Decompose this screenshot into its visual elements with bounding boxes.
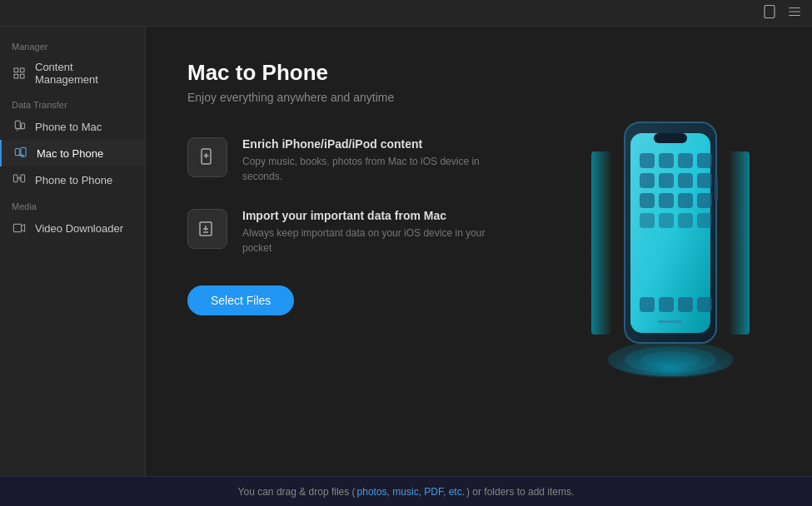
svg-rect-33	[659, 153, 674, 168]
sidebar-section-media: Media	[0, 193, 145, 215]
svg-rect-39	[697, 173, 712, 188]
video-icon	[12, 221, 27, 236]
phone-illustration	[579, 110, 762, 393]
svg-rect-6	[15, 121, 20, 128]
svg-rect-37	[659, 173, 674, 188]
sidebar-item-label: Mac to Phone	[37, 147, 103, 160]
tablet-icon[interactable]	[762, 4, 777, 22]
sidebar-item-video-downloader[interactable]: Video Downloader	[0, 215, 145, 241]
svg-rect-28	[729, 151, 750, 335]
svg-point-26	[641, 351, 700, 368]
svg-rect-13	[21, 175, 25, 182]
svg-rect-7	[22, 123, 25, 129]
feature-import-desc: Always keep important data on your iOS d…	[242, 226, 487, 255]
feature-import-title: Import your important data from Mac	[242, 209, 487, 222]
grid-icon	[12, 66, 27, 81]
phone-phone-icon	[12, 172, 27, 187]
svg-rect-47	[697, 213, 712, 228]
sidebar-item-phone-to-mac[interactable]: Phone to Mac	[0, 113, 145, 140]
svg-rect-31	[654, 133, 687, 143]
svg-rect-4	[14, 74, 18, 78]
svg-rect-43	[697, 193, 712, 208]
sidebar-item-label: Content Management	[35, 61, 133, 86]
feature-enrich-text: Enrich iPhone/iPad/iPod content Copy mus…	[242, 137, 487, 184]
svg-rect-40	[640, 193, 655, 208]
svg-rect-42	[678, 193, 693, 208]
svg-rect-50	[678, 297, 693, 312]
sidebar-item-mac-to-phone[interactable]: Mac to Phone	[0, 140, 145, 166]
svg-rect-15	[13, 224, 21, 231]
svg-rect-12	[13, 175, 17, 182]
svg-rect-38	[678, 173, 693, 188]
svg-rect-5	[20, 74, 24, 78]
main-container: Manager Content Management Data Transfer	[0, 27, 812, 476]
svg-rect-0	[765, 5, 775, 17]
sidebar-section-data-transfer: Data Transfer	[0, 92, 145, 113]
svg-rect-35	[697, 153, 712, 168]
import-data-icon-box	[187, 209, 227, 249]
svg-rect-2	[14, 68, 18, 72]
svg-rect-52	[658, 320, 683, 323]
sidebar-section-manager: Manager	[0, 33, 145, 55]
svg-rect-45	[659, 213, 674, 228]
svg-rect-27	[591, 151, 612, 335]
feature-enrich-content: Enrich iPhone/iPad/iPod content Copy mus…	[187, 137, 487, 184]
bottom-bar-link[interactable]: photos, music, PDF, etc.	[357, 486, 465, 498]
page-subtitle: Enjoy everything anywhere and anytime	[187, 91, 770, 104]
svg-rect-41	[659, 193, 674, 208]
sidebar-item-label: Video Downloader	[35, 222, 123, 235]
svg-rect-46	[678, 213, 693, 228]
sidebar: Manager Content Management Data Transfer	[0, 27, 146, 476]
mac-phone-icon	[13, 146, 28, 161]
svg-rect-36	[640, 173, 655, 188]
svg-rect-32	[640, 153, 655, 168]
svg-rect-3	[20, 68, 24, 72]
svg-rect-9	[15, 149, 19, 156]
settings-icon[interactable]	[787, 4, 802, 22]
select-files-button[interactable]: Select Files	[187, 285, 294, 315]
svg-rect-53	[715, 176, 718, 201]
enrich-content-icon-box	[187, 137, 227, 177]
feature-enrich-desc: Copy music, books, photos from Mac to iO…	[242, 154, 487, 184]
sidebar-item-phone-to-phone[interactable]: Phone to Phone	[0, 166, 145, 193]
sidebar-item-label: Phone to Phone	[35, 174, 112, 186]
svg-rect-49	[659, 297, 674, 312]
sidebar-item-label: Phone to Mac	[35, 121, 102, 133]
phone-mac-icon	[12, 119, 27, 134]
svg-rect-44	[640, 213, 655, 228]
content-area: Mac to Phone Enjoy everything anywhere a…	[146, 27, 812, 476]
bottom-bar-text-after: ) or folders to add items.	[466, 486, 574, 498]
feature-import-data: Import your important data from Mac Alwa…	[187, 209, 487, 255]
sidebar-item-content-management[interactable]: Content Management	[0, 55, 145, 92]
feature-import-text: Import your important data from Mac Alwa…	[242, 209, 487, 255]
feature-enrich-title: Enrich iPhone/iPad/iPod content	[242, 137, 487, 151]
bottom-bar-text-before: You can drag & drop files (	[238, 486, 356, 498]
titlebar	[0, 0, 812, 27]
bottom-bar: You can drag & drop files ( photos, musi…	[0, 476, 812, 506]
svg-rect-34	[678, 153, 693, 168]
svg-rect-51	[697, 297, 712, 312]
features-list: Enrich iPhone/iPad/iPod content Copy mus…	[187, 137, 487, 255]
svg-rect-48	[640, 297, 655, 312]
page-title: Mac to Phone	[187, 60, 770, 86]
